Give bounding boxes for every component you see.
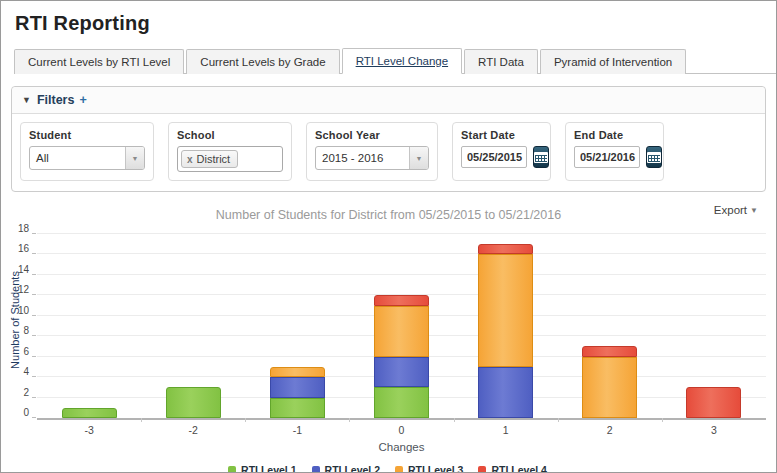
school-year-select[interactable]: 2015 - 2016▼ [315, 146, 429, 170]
segment-rti-level-2[interactable] [478, 367, 533, 418]
segment-rti-level-3[interactable] [374, 306, 429, 357]
legend-label: RTI Level 2 [325, 464, 380, 473]
segment-rti-level-1[interactable] [166, 387, 221, 418]
segment-rti-level-2[interactable] [270, 377, 325, 397]
bar-column-3 [662, 234, 766, 418]
bar-column-2 [141, 234, 245, 418]
filter-card-school-year: School Year2015 - 2016▼ [306, 122, 438, 181]
y-tick-6: 6 [7, 346, 29, 357]
filter-card-student: StudentAll▼ [20, 122, 154, 181]
y-tick-12: 12 [7, 284, 29, 295]
segment-rti-level-3[interactable] [270, 367, 325, 377]
x-tick-2: 2 [558, 421, 662, 436]
legend-swatch-icon [478, 466, 486, 473]
tab-rti-level-change[interactable]: RTI Level Change [342, 48, 462, 74]
chart-title: Number of Students for District from 05/… [1, 202, 776, 222]
segment-rti-level-4[interactable] [582, 346, 637, 356]
school-tag-input[interactable]: xDistrict [177, 146, 283, 172]
bar-column-2 [558, 234, 662, 418]
filter-label-school: School [177, 129, 283, 141]
segment-rti-level-3[interactable] [478, 254, 533, 366]
chevron-down-icon[interactable]: ▼ [409, 147, 428, 169]
y-tick-14: 14 [7, 264, 29, 275]
stacked-bar-0[interactable] [374, 234, 429, 418]
stacked-bar-1[interactable] [270, 234, 325, 418]
tab-current-levels-by-rti-level[interactable]: Current Levels by RTI Level [14, 49, 184, 74]
calendar-glyph [534, 152, 548, 163]
legend-item-rti-level-2[interactable]: RTI Level 2 [312, 464, 380, 473]
y-tick-mark [32, 356, 36, 357]
filters-panel: ▼Filters+ StudentAll▼SchoolxDistrictScho… [11, 86, 766, 192]
filter-label-end-date: End Date [574, 129, 655, 141]
filter-card-end-date: End Date [565, 122, 664, 181]
calendar-icon[interactable] [646, 146, 662, 168]
segment-rti-level-3[interactable] [582, 357, 637, 418]
filters-title: Filters [37, 93, 75, 107]
stacked-bar-2[interactable] [166, 234, 221, 418]
x-tick-3: -3 [37, 421, 141, 436]
segment-rti-level-1[interactable] [374, 387, 429, 418]
stacked-bar-1[interactable] [478, 234, 533, 418]
end-date-row [574, 146, 655, 168]
segment-rti-level-4[interactable] [478, 244, 533, 254]
start-date-input[interactable] [461, 146, 527, 168]
filter-label-student: Student [29, 129, 145, 141]
x-tick-0: 0 [349, 421, 453, 436]
school-year-selected-value: 2015 - 2016 [316, 147, 409, 169]
y-tick-16: 16 [7, 243, 29, 254]
legend-item-rti-level-1[interactable]: RTI Level 1 [228, 464, 296, 473]
export-label: Export [714, 204, 747, 216]
chevron-down-icon[interactable]: ▼ [125, 147, 144, 169]
x-tick-1: 1 [454, 421, 558, 436]
y-tick-mark [32, 274, 36, 275]
calendar-glyph [647, 152, 661, 163]
filters-body: StudentAll▼SchoolxDistrictSchool Year201… [12, 114, 765, 191]
segment-rti-level-4[interactable] [686, 387, 741, 418]
y-tick-mark [32, 397, 36, 398]
calendar-icon[interactable] [533, 146, 549, 168]
x-tick-3: 3 [662, 421, 766, 436]
y-tick-2: 2 [7, 387, 29, 398]
start-date-row [461, 146, 542, 168]
tab-bar: Current Levels by RTI LevelCurrent Level… [14, 48, 776, 74]
tab-pyramid-of-intervention[interactable]: Pyramid of Intervention [540, 49, 686, 74]
bar-column-1 [454, 234, 558, 418]
export-button[interactable]: Export▼ [714, 204, 758, 216]
filter-card-start-date: Start Date [452, 122, 551, 181]
segment-rti-level-2[interactable] [374, 357, 429, 388]
legend-swatch-icon [312, 466, 320, 473]
chart-area: Number of Students 024681012141618 -3-2-… [5, 228, 770, 473]
legend-swatch-icon [395, 466, 403, 473]
stacked-bar-2[interactable] [582, 234, 637, 418]
end-date-input[interactable] [574, 146, 640, 168]
segment-rti-level-4[interactable] [374, 295, 429, 305]
tab-rti-data[interactable]: RTI Data [464, 49, 538, 74]
y-tick-mark [32, 376, 36, 377]
stacked-bar-3[interactable] [686, 234, 741, 418]
collapse-caret-icon[interactable]: ▼ [22, 95, 31, 105]
y-tick-0: 0 [7, 407, 29, 418]
legend-swatch-icon [228, 466, 236, 473]
student-select[interactable]: All▼ [29, 146, 145, 170]
y-tick-mark [32, 417, 36, 418]
stacked-bar-3[interactable] [62, 234, 117, 418]
segment-rti-level-1[interactable] [62, 408, 117, 418]
remove-chip-icon[interactable]: x [187, 154, 193, 165]
legend-item-rti-level-4[interactable]: RTI Level 4 [478, 464, 546, 473]
legend-label: RTI Level 4 [491, 464, 546, 473]
district-chip: xDistrict [181, 150, 238, 168]
legend-item-rti-level-3[interactable]: RTI Level 3 [395, 464, 463, 473]
page-title: RTI Reporting [1, 1, 776, 35]
segment-rti-level-1[interactable] [270, 398, 325, 418]
tab-current-levels-by-grade[interactable]: Current Levels by Grade [186, 49, 339, 74]
chart-legend: RTI Level 1RTI Level 2RTI Level 3RTI Lev… [5, 464, 770, 473]
y-tick-mark [32, 233, 36, 234]
chip-label: District [197, 153, 231, 165]
add-filter-button[interactable]: + [79, 93, 86, 107]
filters-header[interactable]: ▼Filters+ [12, 87, 765, 114]
x-axis-label: Changes [37, 441, 766, 453]
y-tick-8: 8 [7, 325, 29, 336]
filter-label-school-year: School Year [315, 129, 429, 141]
bar-column-0 [349, 234, 453, 418]
y-tick-18: 18 [7, 223, 29, 234]
